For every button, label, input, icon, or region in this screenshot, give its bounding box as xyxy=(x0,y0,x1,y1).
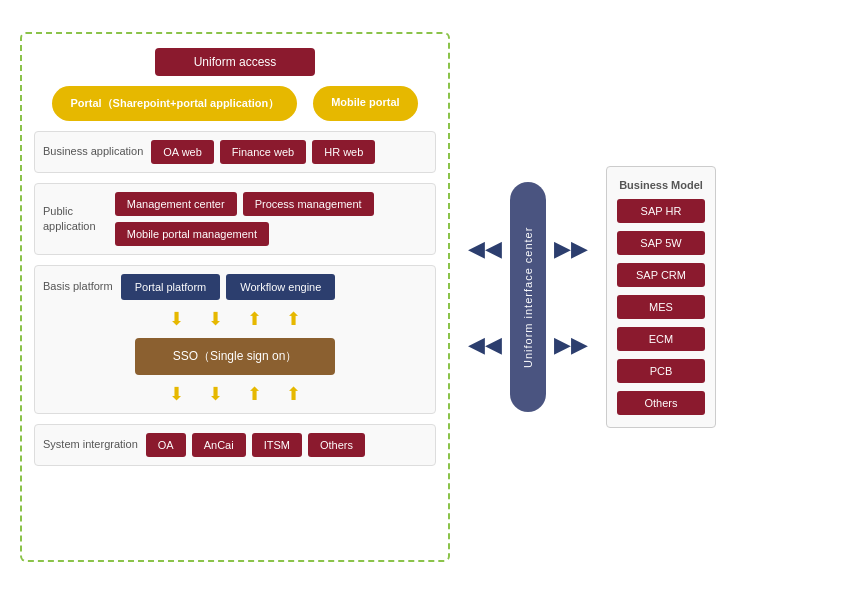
oa-btn: OA xyxy=(146,433,186,457)
itsm-btn: ITSM xyxy=(252,433,302,457)
system-integration-label: System intergration xyxy=(43,437,138,451)
public-application-row: Public application Management center Pro… xyxy=(34,183,436,255)
sap-crm-btn: SAP CRM xyxy=(617,263,705,287)
main-container: Uniform access Portal（Sharepoint+portal … xyxy=(0,0,850,593)
interface-center-label: Uniform interface center xyxy=(522,226,534,367)
arrow-down-3: ⬇ xyxy=(169,383,184,405)
mobile-portal-management-btn: Mobile portal management xyxy=(115,222,269,246)
left-arrows: ◀◀ ◀◀ xyxy=(468,236,502,358)
system-integration-items: OA AnCai ITSM Others xyxy=(146,433,365,457)
right-arrows: ▶▶ ▶▶ xyxy=(554,236,588,358)
basis-platform-label: Basis platform xyxy=(43,279,113,293)
arrow-down-1: ⬇ xyxy=(169,308,184,330)
uniform-access-label: Uniform access xyxy=(155,48,315,76)
sap-5w-btn: SAP 5W xyxy=(617,231,705,255)
arrow-up-2: ⬆ xyxy=(286,308,301,330)
business-application-label: Business application xyxy=(43,144,143,158)
oa-web-btn: OA web xyxy=(151,140,214,164)
public-application-items: Management center Process management Mob… xyxy=(115,192,427,246)
arrow-up-3: ⬆ xyxy=(247,383,262,405)
hr-web-btn: HR web xyxy=(312,140,375,164)
business-model-title: Business Model xyxy=(617,179,705,191)
mobile-portal-label: Mobile portal xyxy=(313,86,417,121)
middle-section: ◀◀ ◀◀ Uniform interface center ▶▶ ▶▶ xyxy=(468,182,588,412)
sap-hr-btn: SAP HR xyxy=(617,199,705,223)
process-management-btn: Process management xyxy=(243,192,374,216)
left-arrow-top: ◀◀ xyxy=(468,236,502,262)
business-model-box: Business Model SAP HR SAP 5W SAP CRM MES… xyxy=(606,166,716,428)
portal-row: Portal（Sharepoint+portal application） Mo… xyxy=(34,86,436,121)
arrow-down-2: ⬇ xyxy=(208,308,223,330)
others-business-btn: Others xyxy=(617,391,705,415)
pcb-btn: PCB xyxy=(617,359,705,383)
portal-platform-btn: Portal platform xyxy=(121,274,221,300)
basis-top-row: Basis platform Portal platform Workflow … xyxy=(43,274,427,300)
ancai-btn: AnCai xyxy=(192,433,246,457)
basis-platform-items: Portal platform Workflow engine xyxy=(121,274,336,300)
business-application-row: Business application OA web Finance web … xyxy=(34,131,436,173)
portal-label: Portal（Sharepoint+portal application） xyxy=(52,86,297,121)
workflow-engine-btn: Workflow engine xyxy=(226,274,335,300)
ecm-btn: ECM xyxy=(617,327,705,351)
arrow-up-1: ⬆ xyxy=(247,308,262,330)
public-application-label: Public application xyxy=(43,204,107,233)
yellow-arrows-bottom: ⬇ ⬇ ⬆ ⬆ xyxy=(169,383,301,405)
right-arrow-top: ▶▶ xyxy=(554,236,588,262)
basis-platform-section: Basis platform Portal platform Workflow … xyxy=(34,265,436,414)
others-integration-btn: Others xyxy=(308,433,365,457)
yellow-arrows-top: ⬇ ⬇ ⬆ ⬆ xyxy=(169,308,301,330)
left-arrow-bottom: ◀◀ xyxy=(468,332,502,358)
left-architecture-box: Uniform access Portal（Sharepoint+portal … xyxy=(20,32,450,562)
system-integration-row: System intergration OA AnCai ITSM Others xyxy=(34,424,436,466)
business-application-items: OA web Finance web HR web xyxy=(151,140,375,164)
sso-box: SSO（Single sign on） xyxy=(135,338,335,375)
management-center-btn: Management center xyxy=(115,192,237,216)
arrow-up-4: ⬆ xyxy=(286,383,301,405)
arrow-down-4: ⬇ xyxy=(208,383,223,405)
finance-web-btn: Finance web xyxy=(220,140,306,164)
right-arrow-bottom: ▶▶ xyxy=(554,332,588,358)
mes-btn: MES xyxy=(617,295,705,319)
interface-center-pill: Uniform interface center xyxy=(510,182,546,412)
